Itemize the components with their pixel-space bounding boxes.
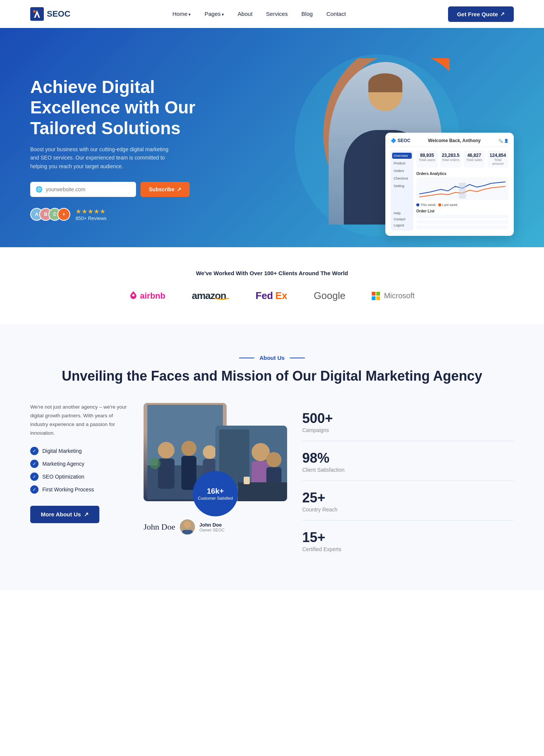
svg-point-18: [266, 452, 281, 467]
sidebar-item-help[interactable]: Help: [392, 210, 412, 216]
stat-total-orders: 23,283.5 Total orders: [440, 150, 462, 168]
clients-headline: We've Worked With Over 100+ Clients Arou…: [30, 270, 514, 276]
checklist-item-2: ✓ Marketing Agency: [30, 460, 128, 468]
about-stats: 500+ Campaigns 98% Client Satisfaction 2…: [302, 403, 514, 560]
more-about-us-button[interactable]: More About Us ↗: [30, 506, 99, 523]
bubble-label: Customer Satisfied: [198, 496, 233, 501]
review-count: 850+ Reviews: [76, 215, 107, 221]
arrow-icon: ↗: [500, 11, 505, 17]
dashboard-card: 🔷 SEOC Welcome Back, Anthony 🔍 👤 Overvie…: [385, 133, 514, 236]
dashboard-logo: 🔷 SEOC: [391, 138, 410, 143]
client-fedex: FedEx: [256, 290, 287, 302]
sidebar-item-setting[interactable]: Setting: [392, 183, 412, 189]
hero-title: Achieve Digital Excellence with Our Tail…: [30, 77, 212, 138]
nav-blog[interactable]: Blog: [301, 11, 313, 17]
check-icon-1: ✓: [30, 447, 39, 455]
stat-satisfaction: 98% Client Satisfaction: [302, 450, 514, 481]
checklist-item-1: ✓ Digital Marketing: [30, 447, 128, 455]
nav-links: Home Pages About Services Blog Contact: [172, 11, 346, 17]
get-quote-button[interactable]: Get Free Quote ↗: [448, 6, 514, 22]
hero-visual: 🔷 SEOC Welcome Back, Anthony 🔍 👤 Overvie…: [212, 51, 514, 247]
sidebar-item-checkout[interactable]: Checkout: [392, 175, 412, 181]
subscribe-button[interactable]: Subscribe ↗: [141, 182, 190, 197]
order-row-2: [416, 220, 508, 224]
nav-services[interactable]: Services: [266, 11, 288, 17]
client-google: Google: [314, 290, 346, 302]
signature-role: Owner SEOC: [199, 528, 225, 532]
check-icon-2: ✓: [30, 460, 39, 468]
signature-text: John Doe: [144, 522, 175, 532]
orders-chart: [416, 177, 508, 200]
btn-arrow-icon: ↗: [84, 511, 89, 518]
sidebar-item-logout[interactable]: Logout: [392, 222, 412, 228]
sidebar-item-orders[interactable]: Orders: [392, 168, 412, 174]
client-microsoft: Microsoft: [372, 291, 414, 300]
checklist-item-4: ✓ First Working Process: [30, 485, 128, 494]
stat-experts-num: 15+: [302, 530, 514, 545]
signature-avatar: [179, 519, 196, 535]
checklist-item-3: ✓ SEO Optimization: [30, 472, 128, 481]
brand-name: SEOC: [47, 9, 70, 19]
stat-satisfaction-label: Client Satisfaction: [302, 467, 514, 473]
about-section-title: Unveiling the Faces and Mission of Our D…: [30, 368, 514, 384]
svg-point-23: [184, 521, 191, 528]
client-airbnb: airbnb: [129, 291, 165, 301]
nav-about[interactable]: About: [238, 11, 252, 17]
nav-contact[interactable]: Contact: [326, 11, 346, 17]
svg-rect-2: [33, 10, 36, 12]
svg-point-7: [158, 442, 175, 459]
svg-rect-20: [238, 482, 287, 501]
hero-section: Achieve Digital Excellence with Our Tail…: [0, 28, 544, 247]
stat-country-label: Country Reach: [302, 507, 514, 513]
stat-experts: 15+ Certified Experts: [302, 530, 514, 560]
stat-campaigns: 500+ Campaigns: [302, 411, 514, 441]
sidebar-item-product[interactable]: Product: [392, 160, 412, 166]
about-description: We're not just another agency – we're yo…: [30, 403, 128, 438]
avatar-more: +: [57, 208, 70, 221]
hero-reviews: A B C + ★★★★★ 850+ Reviews: [30, 208, 212, 221]
stat-experts-label: Certified Experts: [302, 546, 514, 552]
svg-point-11: [203, 445, 216, 459]
stat-campaigns-label: Campaigns: [302, 427, 514, 433]
nav-pages[interactable]: Pages: [205, 11, 224, 17]
nav-home[interactable]: Home: [172, 11, 191, 17]
sidebar-item-overview[interactable]: Overview: [392, 153, 412, 159]
globe-icon: 🌐: [36, 186, 43, 193]
subscribe-arrow-icon: ↗: [177, 186, 181, 192]
microsoft-grid-icon: [372, 292, 380, 300]
website-input-wrap[interactable]: 🌐: [30, 182, 136, 197]
dashboard-main: 89,935 Total users 23,283.5 Total orders…: [416, 150, 508, 231]
customer-bubble: 16k+ Customer Satisfied: [193, 471, 238, 516]
dashboard-icons: 🔍 👤: [498, 139, 508, 143]
navbar: SEOC Home Pages About Services Blog Cont…: [0, 0, 544, 28]
chart-legend: This week Last week: [416, 203, 508, 207]
review-text: ★★★★★ 850+ Reviews: [76, 208, 107, 221]
stat-total-users: 89,935 Total users: [416, 150, 438, 168]
stat-total-sales: 46,827 Total sales: [464, 150, 485, 168]
hero-content: Achieve Digital Excellence with Our Tail…: [30, 77, 212, 221]
about-content: We're not just another agency – we're yo…: [30, 403, 514, 560]
svg-rect-4: [459, 183, 466, 198]
check-icon-3: ✓: [30, 472, 39, 481]
signature-name: John Doe: [199, 522, 225, 528]
about-left: We're not just another agency – we're yo…: [30, 403, 128, 523]
website-input[interactable]: [46, 182, 131, 197]
stat-total-amount: 124,854 Total amount: [487, 150, 509, 168]
about-images: 16k+ Customer Satisfied John Doe John Do…: [144, 403, 287, 524]
about-section: About Us Unveiling the Faces and Mission…: [0, 324, 544, 590]
signature-info: John Doe Owner SEOC: [199, 522, 225, 532]
hero-form: 🌐 Subscribe ↗: [30, 182, 212, 197]
dashboard-header: 🔷 SEOC Welcome Back, Anthony 🔍 👤: [391, 138, 508, 147]
order-list-label: Order List: [416, 209, 508, 213]
stat-satisfaction-num: 98%: [302, 450, 514, 466]
sidebar-item-contact[interactable]: Contact: [392, 216, 412, 222]
clients-logos: airbnb amazon FedEx Google Microsoft: [30, 290, 514, 302]
about-section-label: About Us: [30, 355, 514, 361]
brand-logo[interactable]: SEOC: [30, 7, 70, 21]
dashboard-body: Overview Product Orders Checkout Setting…: [391, 150, 508, 231]
check-icon-4: ✓: [30, 485, 39, 494]
about-signature: John Doe John Doe Owner SEOC: [144, 519, 224, 535]
svg-point-9: [181, 441, 196, 456]
hero-subtitle: Boost your business with our cutting-edg…: [30, 145, 174, 170]
dashboard-welcome: Welcome Back, Anthony: [428, 138, 481, 143]
